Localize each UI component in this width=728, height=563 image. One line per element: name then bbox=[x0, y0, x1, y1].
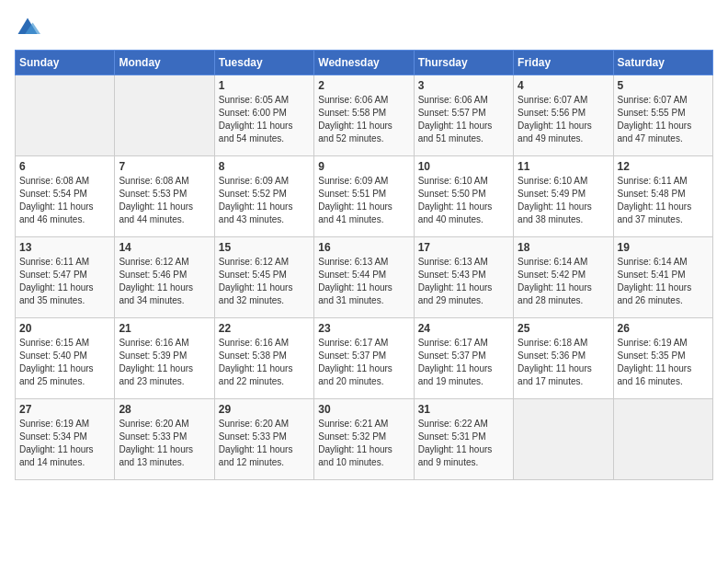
calendar-cell: 31Sunrise: 6:22 AM Sunset: 5:31 PM Dayli… bbox=[414, 399, 513, 480]
day-number: 3 bbox=[418, 79, 509, 92]
day-info: Sunrise: 6:16 AM Sunset: 5:38 PM Dayligh… bbox=[219, 337, 310, 388]
day-info: Sunrise: 6:21 AM Sunset: 5:32 PM Dayligh… bbox=[318, 418, 409, 469]
day-info: Sunrise: 6:16 AM Sunset: 5:39 PM Dayligh… bbox=[119, 337, 210, 388]
day-number: 30 bbox=[318, 403, 409, 416]
calendar-cell: 17Sunrise: 6:13 AM Sunset: 5:43 PM Dayli… bbox=[414, 237, 513, 318]
day-number: 12 bbox=[618, 160, 709, 173]
day-number: 22 bbox=[219, 322, 310, 335]
day-info: Sunrise: 6:07 AM Sunset: 5:55 PM Dayligh… bbox=[618, 94, 709, 145]
calendar-week-row: 27Sunrise: 6:19 AM Sunset: 5:34 PM Dayli… bbox=[16, 399, 713, 480]
day-number: 24 bbox=[418, 322, 509, 335]
header-day-tuesday: Tuesday bbox=[214, 51, 313, 75]
calendar-cell: 8Sunrise: 6:09 AM Sunset: 5:52 PM Daylig… bbox=[214, 156, 313, 237]
calendar-week-row: 6Sunrise: 6:08 AM Sunset: 5:54 PM Daylig… bbox=[16, 156, 713, 237]
day-info: Sunrise: 6:13 AM Sunset: 5:43 PM Dayligh… bbox=[418, 256, 509, 307]
day-number: 2 bbox=[318, 79, 409, 92]
day-info: Sunrise: 6:09 AM Sunset: 5:51 PM Dayligh… bbox=[318, 175, 409, 226]
day-number: 14 bbox=[119, 241, 210, 254]
day-info: Sunrise: 6:05 AM Sunset: 6:00 PM Dayligh… bbox=[219, 94, 310, 145]
day-info: Sunrise: 6:09 AM Sunset: 5:52 PM Dayligh… bbox=[219, 175, 310, 226]
day-info: Sunrise: 6:20 AM Sunset: 5:33 PM Dayligh… bbox=[119, 418, 210, 469]
calendar-table: SundayMondayTuesdayWednesdayThursdayFrid… bbox=[15, 50, 713, 480]
day-number: 21 bbox=[119, 322, 210, 335]
day-number: 26 bbox=[618, 322, 709, 335]
calendar-cell bbox=[115, 75, 214, 156]
day-info: Sunrise: 6:08 AM Sunset: 5:54 PM Dayligh… bbox=[19, 175, 110, 226]
day-number: 5 bbox=[618, 79, 709, 92]
calendar-cell: 14Sunrise: 6:12 AM Sunset: 5:46 PM Dayli… bbox=[115, 237, 214, 318]
day-number: 19 bbox=[618, 241, 709, 254]
calendar-cell: 9Sunrise: 6:09 AM Sunset: 5:51 PM Daylig… bbox=[314, 156, 414, 237]
day-info: Sunrise: 6:15 AM Sunset: 5:40 PM Dayligh… bbox=[19, 337, 110, 388]
calendar-cell: 27Sunrise: 6:19 AM Sunset: 5:34 PM Dayli… bbox=[16, 399, 115, 480]
day-info: Sunrise: 6:08 AM Sunset: 5:53 PM Dayligh… bbox=[119, 175, 210, 226]
calendar-cell: 18Sunrise: 6:14 AM Sunset: 5:42 PM Dayli… bbox=[514, 237, 613, 318]
day-number: 25 bbox=[518, 322, 609, 335]
calendar-week-row: 1Sunrise: 6:05 AM Sunset: 6:00 PM Daylig… bbox=[16, 75, 713, 156]
day-info: Sunrise: 6:17 AM Sunset: 5:37 PM Dayligh… bbox=[418, 337, 509, 388]
calendar-cell: 26Sunrise: 6:19 AM Sunset: 5:35 PM Dayli… bbox=[613, 318, 712, 399]
calendar-cell: 6Sunrise: 6:08 AM Sunset: 5:54 PM Daylig… bbox=[16, 156, 115, 237]
day-info: Sunrise: 6:11 AM Sunset: 5:47 PM Dayligh… bbox=[19, 256, 110, 307]
calendar-cell: 20Sunrise: 6:15 AM Sunset: 5:40 PM Dayli… bbox=[16, 318, 115, 399]
day-number: 6 bbox=[19, 160, 110, 173]
day-number: 29 bbox=[219, 403, 310, 416]
day-info: Sunrise: 6:20 AM Sunset: 5:33 PM Dayligh… bbox=[219, 418, 310, 469]
calendar-cell: 23Sunrise: 6:17 AM Sunset: 5:37 PM Dayli… bbox=[314, 318, 414, 399]
day-info: Sunrise: 6:07 AM Sunset: 5:56 PM Dayligh… bbox=[518, 94, 609, 145]
day-number: 16 bbox=[318, 241, 409, 254]
calendar-cell: 16Sunrise: 6:13 AM Sunset: 5:44 PM Dayli… bbox=[314, 237, 414, 318]
day-number: 27 bbox=[19, 403, 110, 416]
day-number: 7 bbox=[119, 160, 210, 173]
calendar-cell bbox=[613, 399, 712, 480]
day-number: 17 bbox=[418, 241, 509, 254]
calendar-cell: 13Sunrise: 6:11 AM Sunset: 5:47 PM Dayli… bbox=[16, 237, 115, 318]
day-number: 4 bbox=[518, 79, 609, 92]
calendar-cell: 11Sunrise: 6:10 AM Sunset: 5:49 PM Dayli… bbox=[514, 156, 613, 237]
calendar-cell: 3Sunrise: 6:06 AM Sunset: 5:57 PM Daylig… bbox=[414, 75, 513, 156]
logo-icon bbox=[15, 15, 40, 40]
day-number: 31 bbox=[418, 403, 509, 416]
day-info: Sunrise: 6:12 AM Sunset: 5:45 PM Dayligh… bbox=[219, 256, 310, 307]
calendar-cell: 21Sunrise: 6:16 AM Sunset: 5:39 PM Dayli… bbox=[115, 318, 214, 399]
day-number: 8 bbox=[219, 160, 310, 173]
calendar-cell: 30Sunrise: 6:21 AM Sunset: 5:32 PM Dayli… bbox=[314, 399, 414, 480]
calendar-cell bbox=[16, 75, 115, 156]
day-info: Sunrise: 6:19 AM Sunset: 5:34 PM Dayligh… bbox=[19, 418, 110, 469]
header-day-wednesday: Wednesday bbox=[314, 51, 414, 75]
calendar-header-row: SundayMondayTuesdayWednesdayThursdayFrid… bbox=[16, 51, 713, 75]
day-number: 11 bbox=[518, 160, 609, 173]
calendar-week-row: 20Sunrise: 6:15 AM Sunset: 5:40 PM Dayli… bbox=[16, 318, 713, 399]
day-info: Sunrise: 6:06 AM Sunset: 5:57 PM Dayligh… bbox=[418, 94, 509, 145]
day-number: 15 bbox=[219, 241, 310, 254]
calendar-cell: 29Sunrise: 6:20 AM Sunset: 5:33 PM Dayli… bbox=[214, 399, 313, 480]
day-number: 13 bbox=[19, 241, 110, 254]
day-number: 23 bbox=[318, 322, 409, 335]
header-day-friday: Friday bbox=[514, 51, 613, 75]
calendar-cell: 19Sunrise: 6:14 AM Sunset: 5:41 PM Dayli… bbox=[613, 237, 712, 318]
day-info: Sunrise: 6:12 AM Sunset: 5:46 PM Dayligh… bbox=[119, 256, 210, 307]
day-info: Sunrise: 6:06 AM Sunset: 5:58 PM Dayligh… bbox=[318, 94, 409, 145]
calendar-cell: 5Sunrise: 6:07 AM Sunset: 5:55 PM Daylig… bbox=[613, 75, 712, 156]
day-info: Sunrise: 6:14 AM Sunset: 5:41 PM Dayligh… bbox=[618, 256, 709, 307]
calendar-cell: 4Sunrise: 6:07 AM Sunset: 5:56 PM Daylig… bbox=[514, 75, 613, 156]
header-day-sunday: Sunday bbox=[16, 51, 115, 75]
calendar-cell bbox=[514, 399, 613, 480]
calendar-cell: 15Sunrise: 6:12 AM Sunset: 5:45 PM Dayli… bbox=[214, 237, 313, 318]
day-info: Sunrise: 6:22 AM Sunset: 5:31 PM Dayligh… bbox=[418, 418, 509, 469]
day-info: Sunrise: 6:17 AM Sunset: 5:37 PM Dayligh… bbox=[318, 337, 409, 388]
day-info: Sunrise: 6:18 AM Sunset: 5:36 PM Dayligh… bbox=[518, 337, 609, 388]
calendar-week-row: 13Sunrise: 6:11 AM Sunset: 5:47 PM Dayli… bbox=[16, 237, 713, 318]
day-info: Sunrise: 6:10 AM Sunset: 5:50 PM Dayligh… bbox=[418, 175, 509, 226]
calendar-cell: 2Sunrise: 6:06 AM Sunset: 5:58 PM Daylig… bbox=[314, 75, 414, 156]
day-info: Sunrise: 6:13 AM Sunset: 5:44 PM Dayligh… bbox=[318, 256, 409, 307]
calendar-cell: 10Sunrise: 6:10 AM Sunset: 5:50 PM Dayli… bbox=[414, 156, 513, 237]
day-info: Sunrise: 6:10 AM Sunset: 5:49 PM Dayligh… bbox=[518, 175, 609, 226]
calendar-cell: 7Sunrise: 6:08 AM Sunset: 5:53 PM Daylig… bbox=[115, 156, 214, 237]
header-day-monday: Monday bbox=[115, 51, 214, 75]
calendar-cell: 22Sunrise: 6:16 AM Sunset: 5:38 PM Dayli… bbox=[214, 318, 313, 399]
day-number: 20 bbox=[19, 322, 110, 335]
calendar-cell: 28Sunrise: 6:20 AM Sunset: 5:33 PM Dayli… bbox=[115, 399, 214, 480]
day-number: 28 bbox=[119, 403, 210, 416]
day-number: 10 bbox=[418, 160, 509, 173]
